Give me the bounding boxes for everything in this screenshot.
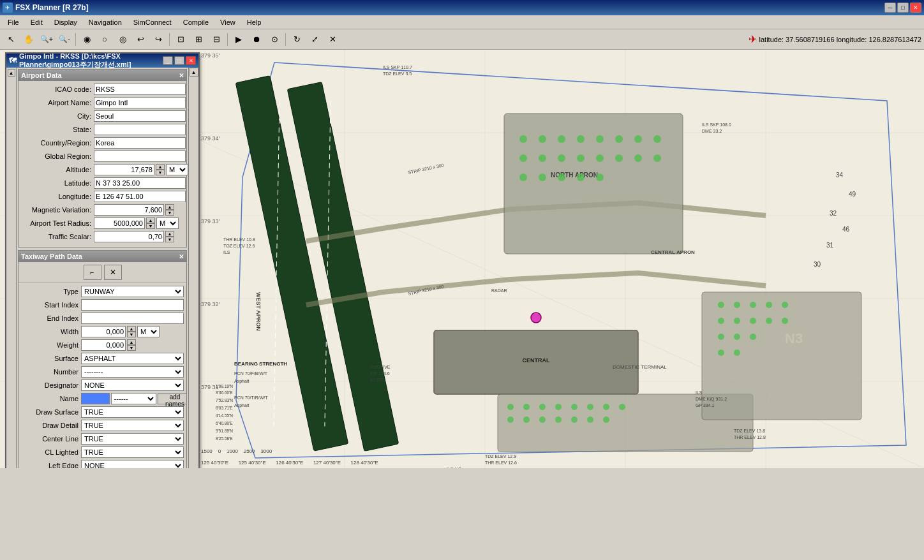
svg-point-34 xyxy=(577,154,585,162)
tw-endidx-input[interactable] xyxy=(81,313,184,324)
city-input[interactable] xyxy=(94,110,186,122)
menu-help[interactable]: Help xyxy=(242,17,267,27)
menu-file[interactable]: File xyxy=(3,17,24,27)
tw-designator-select[interactable]: NONE xyxy=(81,379,184,391)
icao-input[interactable] xyxy=(94,84,186,95)
tool-rotate[interactable]: ↻ xyxy=(288,32,305,47)
toolbar: ↖ ✋ 🔍+ 🔍- ◉ ○ ◎ ↩ ↪ ⊡ ⊞ ⊟ ▶ ⏺ ⊙ ↻ ⤢ ✕ ✈ … xyxy=(0,29,924,50)
menu-navigation[interactable]: Navigation xyxy=(84,17,127,27)
menu-edit[interactable]: Edit xyxy=(26,17,48,27)
traffic-down[interactable]: ▼ xyxy=(165,237,174,242)
altitude-down[interactable]: ▼ xyxy=(156,170,165,175)
tw-weight-up[interactable]: ▲ xyxy=(127,339,136,345)
tw-delete-btn[interactable]: ✕ xyxy=(104,265,122,280)
tool-delete[interactable]: ⊟ xyxy=(208,32,225,47)
close-button[interactable]: ✕ xyxy=(910,3,921,13)
tw-width-unit[interactable]: MFT xyxy=(137,326,160,337)
tw-leftedge-select[interactable]: NONE xyxy=(81,460,184,468)
magvar-spinner[interactable]: ▲ ▼ xyxy=(165,204,174,216)
tw-drawdetail-select[interactable]: TRUEFALSE xyxy=(81,420,184,431)
tw-number-select[interactable]: -------- xyxy=(81,366,184,378)
menu-compile[interactable]: Compile xyxy=(178,17,214,27)
airport-name-input[interactable] xyxy=(94,97,186,108)
scroll-top[interactable]: ▲ xyxy=(190,68,198,77)
testradius-up[interactable]: ▲ xyxy=(146,217,155,223)
tw-type-select[interactable]: RUNWAY xyxy=(81,286,184,297)
tool-rect[interactable]: ◉ xyxy=(78,32,95,47)
traffic-input[interactable] xyxy=(94,231,164,242)
tw-drawsurface-select[interactable]: TRUEFALSE xyxy=(81,406,184,418)
window-minimize[interactable]: _ xyxy=(163,56,173,65)
altitude-spinner[interactable]: ▲ ▼ xyxy=(156,164,165,175)
tw-width-up[interactable]: ▲ xyxy=(127,326,136,332)
tool-record[interactable]: ⏺ xyxy=(248,32,265,47)
svg-point-66 xyxy=(766,302,772,308)
tw-weight-input[interactable] xyxy=(81,339,126,351)
tool-target[interactable]: ⊙ xyxy=(266,32,283,47)
altitude-input[interactable] xyxy=(94,164,154,175)
tw-width-down[interactable]: ▼ xyxy=(127,332,136,337)
tool-circle[interactable]: ○ xyxy=(96,32,113,47)
tw-endidx-row: End Index xyxy=(21,313,184,324)
altitude-unit[interactable]: MFT xyxy=(166,164,188,175)
taxiway-close[interactable]: ✕ xyxy=(179,253,184,260)
svg-point-74 xyxy=(734,334,740,340)
tool-select[interactable]: ↖ xyxy=(3,32,19,47)
svg-point-58 xyxy=(555,416,562,423)
testradius-input[interactable] xyxy=(94,217,145,229)
tool-zoom-in[interactable]: 🔍+ xyxy=(38,32,55,47)
tool-close-x[interactable]: ✕ xyxy=(324,32,341,47)
menu-simconnect[interactable]: SimConnect xyxy=(128,17,177,27)
traffic-up[interactable]: ▲ xyxy=(165,231,174,237)
tw-name-label: Name xyxy=(21,395,78,402)
tw-name-select[interactable]: ------ xyxy=(111,393,156,404)
region-input[interactable] xyxy=(94,151,186,162)
tool-pan[interactable]: ✋ xyxy=(20,32,37,47)
window-maximize[interactable]: □ xyxy=(174,56,184,65)
tw-centerline-select[interactable]: TRUEFALSE xyxy=(81,433,184,445)
tw-width-input[interactable] xyxy=(81,326,126,337)
testradius-spinner[interactable]: ▲ ▼ xyxy=(146,217,155,229)
minimize-button[interactable]: ─ xyxy=(884,3,896,13)
svg-text:379 33': 379 33' xyxy=(201,218,220,225)
menu-view[interactable]: View xyxy=(215,17,241,27)
add-names-button[interactable]: add names xyxy=(158,393,186,404)
state-input[interactable] xyxy=(94,124,186,135)
magvar-down[interactable]: ▼ xyxy=(165,210,174,216)
airport-data-close[interactable]: ✕ xyxy=(179,72,184,79)
tool-expand[interactable]: ⤢ xyxy=(306,32,323,47)
tw-edit-btn[interactable]: ⌐ xyxy=(84,265,101,280)
latitude-input[interactable] xyxy=(94,177,186,189)
tw-surface-select[interactable]: ASPHALT xyxy=(81,353,184,364)
menu-display[interactable]: Display xyxy=(49,17,82,27)
title-bar-buttons: ─ □ ✕ xyxy=(884,3,921,13)
magvar-up[interactable]: ▲ xyxy=(165,204,174,210)
country-input[interactable] xyxy=(94,137,186,149)
tool-poly[interactable]: ◎ xyxy=(114,32,131,47)
tw-weight-down[interactable]: ▼ xyxy=(127,345,136,351)
window-close[interactable]: ✕ xyxy=(186,56,196,65)
tw-width-controls: ▲ ▼ MFT xyxy=(81,326,160,337)
svg-text:1'08.19'N: 1'08.19'N xyxy=(216,384,233,388)
longitude-row: Longitude: xyxy=(21,191,184,202)
tool-play[interactable]: ▶ xyxy=(230,32,247,47)
testradius-down[interactable]: ▼ xyxy=(146,223,155,229)
icao-label: ICAO code: xyxy=(21,85,91,93)
tool-move[interactable]: ⊡ xyxy=(172,32,189,47)
maximize-button[interactable]: □ xyxy=(897,3,909,13)
tool-redo[interactable]: ↪ xyxy=(150,32,167,47)
longitude-input[interactable] xyxy=(94,191,186,202)
scroll-up-arrow[interactable]: ▲ xyxy=(8,69,15,77)
tool-add[interactable]: ⊞ xyxy=(190,32,207,47)
testradius-unit[interactable]: MFT xyxy=(156,217,179,229)
tw-weight-spinner[interactable]: ▲ ▼ xyxy=(127,339,136,351)
magvar-input[interactable] xyxy=(94,204,164,216)
tw-cllighted-select[interactable]: TRUEFALSE xyxy=(81,446,184,458)
tool-zoom-out[interactable]: 🔍- xyxy=(56,32,73,47)
traffic-spinner[interactable]: ▲ ▼ xyxy=(165,231,174,242)
svg-point-36 xyxy=(615,154,623,162)
altitude-up[interactable]: ▲ xyxy=(156,164,165,170)
tw-startidx-input[interactable] xyxy=(81,299,184,311)
tw-width-spinner[interactable]: ▲ ▼ xyxy=(127,326,136,337)
tool-undo[interactable]: ↩ xyxy=(132,32,149,47)
